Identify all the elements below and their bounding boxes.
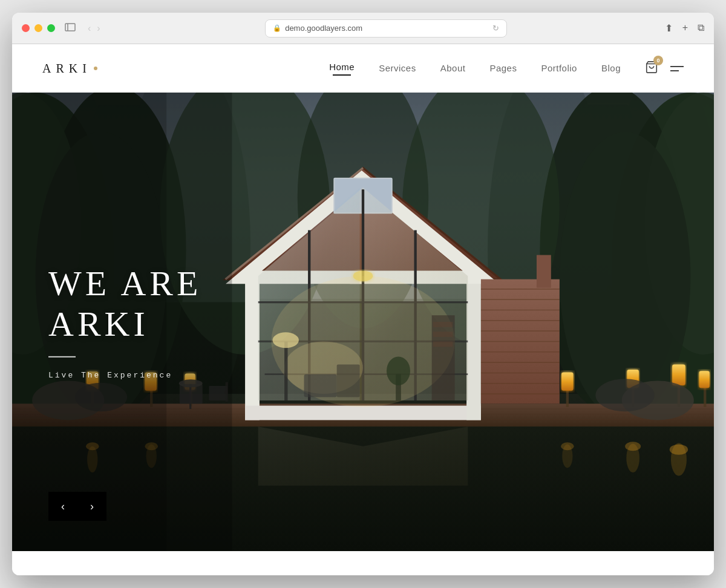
lock-icon: 🔒 xyxy=(273,24,281,32)
svg-point-52 xyxy=(387,356,410,385)
svg-rect-47 xyxy=(432,315,455,400)
nav-links: Home Services About Pages Portfolio Blog xyxy=(329,62,621,76)
website-content: ARKI Home Services About Pages Por xyxy=(12,44,714,575)
slider-controls: ‹ › xyxy=(48,492,106,521)
nav-link-portfolio[interactable]: Portfolio xyxy=(541,63,577,73)
share-button[interactable]: ⬆ xyxy=(665,22,673,34)
svg-rect-45 xyxy=(304,374,337,397)
svg-rect-87 xyxy=(672,364,685,385)
svg-rect-22 xyxy=(245,276,260,420)
back-button[interactable]: ‹ xyxy=(88,23,91,34)
cart-badge: 0 xyxy=(653,56,663,65)
svg-point-103 xyxy=(562,444,572,468)
hero-content: WE ARE ARKI Live The Experience xyxy=(48,264,201,380)
svg-point-104 xyxy=(626,443,639,472)
footer-strip xyxy=(12,551,714,575)
browser-window: ‹ › 🔒 demo.goodlayers.com ↻ ⬆ + ⧉ ARKI xyxy=(12,13,714,575)
close-button[interactable] xyxy=(22,24,30,32)
hero-section: WE ARE ARKI Live The Experience ‹ › xyxy=(12,93,714,551)
nav-item-blog[interactable]: Blog xyxy=(601,63,621,74)
svg-rect-48 xyxy=(433,322,453,327)
logo-dot xyxy=(94,67,97,70)
menu-line-1 xyxy=(670,66,684,67)
nav-item-home[interactable]: Home xyxy=(329,62,355,76)
navbar: ARKI Home Services About Pages Por xyxy=(12,44,714,93)
hero-title-line2: ARKI xyxy=(48,304,149,344)
cart-button[interactable]: 0 xyxy=(645,60,658,76)
nav-item-services[interactable]: Services xyxy=(379,63,416,74)
sidebar-toggle-icon[interactable] xyxy=(65,22,76,35)
nav-link-blog[interactable]: Blog xyxy=(601,63,621,73)
duplicate-button[interactable]: ⧉ xyxy=(698,22,704,34)
hero-title-line1: WE ARE xyxy=(48,264,201,303)
url-text: demo.goodlayers.com xyxy=(285,24,362,33)
svg-point-44 xyxy=(273,332,299,348)
hero-subtitle: Live The Experience xyxy=(48,371,201,380)
nav-item-portfolio[interactable]: Portfolio xyxy=(541,63,577,74)
nav-link-pages[interactable]: Pages xyxy=(489,63,517,73)
svg-rect-0 xyxy=(65,24,75,31)
site-logo[interactable]: ARKI xyxy=(42,62,97,76)
nav-link-home[interactable]: Home xyxy=(329,62,355,72)
svg-rect-90 xyxy=(699,371,710,388)
svg-point-54 xyxy=(353,271,373,281)
svg-point-94 xyxy=(595,379,654,411)
svg-point-13 xyxy=(560,132,691,420)
hero-title: WE ARE ARKI xyxy=(48,264,201,344)
new-tab-button[interactable]: + xyxy=(682,22,688,34)
nav-item-pages[interactable]: Pages xyxy=(489,63,517,74)
svg-rect-43 xyxy=(284,341,287,400)
nav-active-indicator xyxy=(333,74,351,76)
nav-item-about[interactable]: About xyxy=(440,63,466,74)
nav-link-services[interactable]: Services xyxy=(379,63,416,73)
maximize-button[interactable] xyxy=(47,24,55,32)
svg-rect-23 xyxy=(245,406,481,420)
browser-titlebar: ‹ › 🔒 demo.goodlayers.com ↻ ⬆ + ⧉ xyxy=(12,13,714,44)
menu-line-2 xyxy=(670,70,679,71)
svg-rect-71 xyxy=(537,255,551,288)
hamburger-menu-button[interactable] xyxy=(670,66,684,71)
svg-rect-49 xyxy=(433,332,453,337)
hero-divider xyxy=(48,356,76,358)
svg-rect-24 xyxy=(466,276,481,420)
address-bar[interactable]: 🔒 demo.goodlayers.com ↻ xyxy=(265,19,507,38)
nav-link-about[interactable]: About xyxy=(440,63,466,73)
slider-next-button[interactable]: › xyxy=(77,492,106,521)
logo-text: ARKI xyxy=(42,62,91,76)
svg-point-105 xyxy=(671,443,687,475)
traffic-lights xyxy=(22,24,55,32)
forward-button[interactable]: › xyxy=(97,23,100,34)
minimize-button[interactable] xyxy=(34,24,42,32)
nav-icons: 0 xyxy=(645,60,684,76)
svg-rect-81 xyxy=(561,372,573,390)
svg-rect-50 xyxy=(433,341,453,347)
svg-rect-46 xyxy=(337,364,360,397)
refresh-button[interactable]: ↻ xyxy=(492,24,499,33)
browser-nav-controls: ‹ › xyxy=(88,23,100,34)
browser-action-buttons: ⬆ + ⧉ xyxy=(665,22,704,34)
slider-prev-button[interactable]: ‹ xyxy=(48,492,77,521)
